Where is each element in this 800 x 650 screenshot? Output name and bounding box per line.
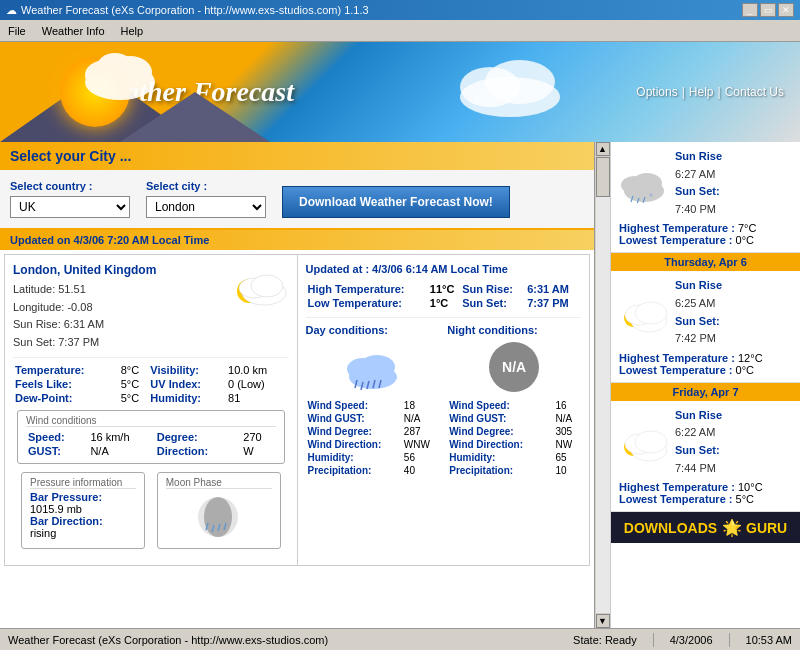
city-select[interactable]: London Manchester Birmingham — [146, 196, 266, 218]
close-button[interactable]: ✕ — [778, 3, 794, 17]
night-weather-icon: N/A — [489, 342, 539, 392]
temperature-value: 8°C — [121, 364, 149, 376]
download-forecast-button[interactable]: Download Weather Forecast Now! — [282, 186, 510, 218]
sun-rise: Sun Rise: 6:31 AM — [13, 316, 156, 334]
updated-bar: Updated on 4/3/06 7:20 AM Local Time — [0, 230, 594, 250]
restore-button[interactable]: ▭ — [760, 3, 776, 17]
scroll-up-button[interactable]: ▲ — [596, 142, 610, 156]
sidebar-d1-low-label: Lowest Temperature : — [619, 234, 733, 246]
humidity-value: 81 — [228, 392, 286, 404]
temperature-label: Temperature: — [15, 364, 119, 376]
wind-section: Wind conditions Speed: 16 km/h Degree: 2… — [17, 410, 285, 464]
longitude: Longitude: -0.08 — [13, 299, 156, 317]
menu-file[interactable]: File — [4, 23, 30, 39]
select-city-form: Select country : UK US Germany Select ci… — [0, 170, 594, 230]
visibility-label: Visibility: — [150, 364, 226, 376]
bar-direction-value: rising — [30, 527, 136, 539]
scroll-thumb[interactable] — [596, 157, 610, 197]
forecast-sun-rise-value: 6:31 AM — [527, 283, 579, 295]
sidebar-day2-temps: Sun Rise 6:25 AM Sun Set: 7:42 PM — [675, 277, 722, 347]
country-select[interactable]: UK US Germany — [10, 196, 130, 218]
status-text: Weather Forecast (eXs Corporation - http… — [8, 634, 328, 646]
night-wind-gust-label: Wind GUST: — [449, 413, 553, 424]
sidebar-d1-sunset: 7:40 PM — [675, 203, 716, 215]
forecast-panel: Updated at : 4/3/06 6:14 AM Local Time H… — [298, 255, 590, 565]
wind-speed-value: 16 km/h — [90, 431, 154, 443]
scrollbar[interactable]: ▲ ▼ — [594, 142, 610, 628]
city-form-group: Select city : London Manchester Birmingh… — [146, 180, 266, 218]
sidebar-d3-low: 5°C — [736, 493, 754, 505]
latitude: Latitude: 51.51 — [13, 281, 156, 299]
sidebar-d3-low-label: Lowest Temperature : — [619, 493, 733, 505]
sidebar-d2-sunrise-label: Sun Rise — [675, 279, 722, 291]
main-content: Select your City ... Select country : UK… — [0, 142, 800, 628]
wind-gust-value: N/A — [90, 445, 154, 457]
day-wind-gust: N/A — [404, 413, 437, 424]
humidity-label: Humidity: — [150, 392, 226, 404]
night-conditions-title: Night conditions: — [447, 324, 581, 336]
city-label: Select city : — [146, 180, 266, 192]
low-temp-label: Low Temperature: — [308, 297, 428, 309]
contact-link[interactable]: Contact Us — [725, 85, 784, 99]
menu-weather-info[interactable]: Weather Info — [38, 23, 109, 39]
menu-help[interactable]: Help — [117, 23, 148, 39]
bar-direction-label: Bar Direction: — [30, 515, 103, 527]
partly-cloudy-icon — [229, 263, 289, 308]
location-panel: London, United Kingdom Latitude: 51.51 L… — [5, 255, 297, 565]
sidebar-day1-temps: Sun Rise 6:27 AM Sun Set: 7:40 PM — [675, 148, 722, 218]
sidebar-day3-temps: Sun Rise 6:22 AM Sun Set: 7:44 PM — [675, 407, 722, 477]
sidebar-d2-sunset-label: Sun Set: — [675, 315, 720, 327]
title-bar-text: Weather Forecast (eXs Corporation - http… — [21, 4, 369, 16]
minimize-button[interactable]: _ — [742, 3, 758, 17]
sidebar-day2-content: Sun Rise 6:25 AM Sun Set: 7:42 PM Highes… — [611, 271, 800, 382]
location-name: London, United Kingdom — [13, 263, 156, 277]
pressure-title: Pressure information — [30, 477, 136, 489]
svg-point-6 — [485, 60, 555, 104]
svg-point-3 — [97, 53, 133, 81]
header-banner: Weather Forecast Options | Help | Contac… — [0, 42, 800, 142]
night-wind-degree: 305 — [555, 426, 579, 437]
day-conditions: Day conditions: — [306, 324, 440, 478]
sidebar-day2-header: Thursday, Apr 6 — [611, 253, 800, 271]
svg-point-19 — [359, 355, 395, 379]
options-link[interactable]: Options — [636, 85, 677, 99]
status-time: 10:53 AM — [746, 634, 792, 646]
sidebar-d1-sunset-label: Sun Set: — [675, 185, 720, 197]
updated-at: Updated at : 4/3/06 6:14 AM Local Time — [306, 263, 582, 275]
svg-point-10 — [251, 275, 283, 297]
forecast-sun-set-value: 7:37 PM — [527, 297, 579, 309]
status-divider-1 — [653, 633, 654, 647]
sidebar-d3-sunrise-label: Sun Rise — [675, 409, 722, 421]
sky-cloud — [450, 57, 570, 117]
sidebar-d2-sunrise: 6:25 AM — [675, 297, 715, 309]
select-city-title: Select your City ... — [10, 148, 131, 164]
day-precip: 40 — [404, 465, 437, 476]
updated-text: Updated on 4/3/06 7:20 AM Local Time — [10, 234, 209, 246]
night-wind-degree-label: Wind Degree: — [449, 426, 553, 437]
wind-gust-label: GUST: — [28, 445, 88, 457]
right-sidebar: * Sun Rise 6:27 AM Sun Set: 7:40 PM High… — [610, 142, 800, 628]
wind-speed-label: Speed: — [28, 431, 88, 443]
header-nav: Options | Help | Contact Us — [636, 85, 800, 99]
sidebar-day-3: Friday, Apr 7 Sun Rise 6:22 AM Sun Set: … — [611, 383, 800, 512]
day-wind-gust-label: Wind GUST: — [308, 413, 402, 424]
sun-set: Sun Set: 7:37 PM — [13, 334, 156, 352]
uv-index-value: 0 (Low) — [228, 378, 286, 390]
select-city-header: Select your City ... — [0, 142, 594, 170]
title-bar-controls: _ ▭ ✕ — [742, 3, 794, 17]
bar-pressure-value: 1015.9 mb — [30, 503, 136, 515]
feels-like-label: Feels Like: — [15, 378, 119, 390]
bar-pressure-label: Bar Pressure: — [30, 491, 102, 503]
country-label: Select country : — [10, 180, 130, 192]
sidebar-d3-sunrise: 6:22 AM — [675, 426, 715, 438]
scroll-track — [596, 157, 610, 613]
sidebar-cloud-icon-2 — [619, 293, 669, 333]
status-date: 4/3/2006 — [670, 634, 713, 646]
sidebar-d1-sunrise: 6:27 AM — [675, 168, 715, 180]
feels-like-value: 5°C — [121, 378, 149, 390]
status-bar-right: State: Ready 4/3/2006 10:53 AM — [573, 633, 792, 647]
forecast-sun-rise-label: Sun Rise: — [462, 283, 525, 295]
help-link[interactable]: Help — [689, 85, 714, 99]
scroll-down-button[interactable]: ▼ — [596, 614, 610, 628]
night-wind-gust: N/A — [555, 413, 579, 424]
